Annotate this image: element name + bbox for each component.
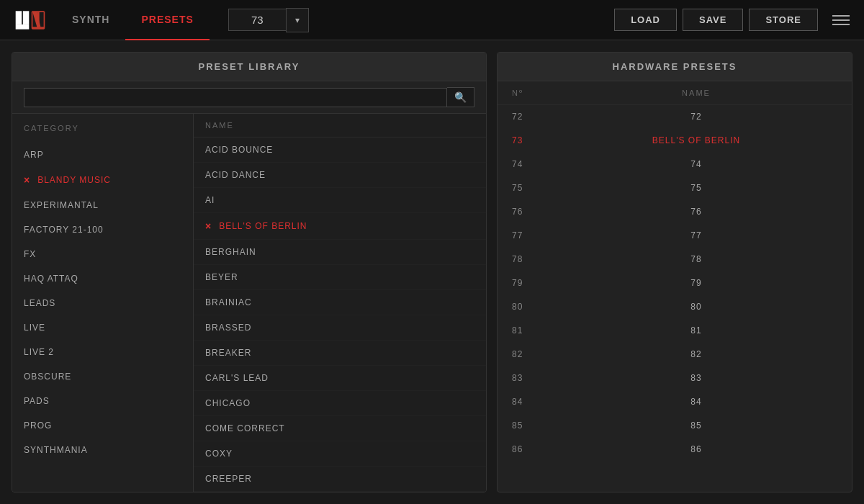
hw-item-name: 84: [555, 397, 837, 407]
hw-item-number: 73: [512, 135, 555, 145]
name-item-label: BRAINIAC: [205, 297, 252, 307]
hw-item-name: 81: [555, 325, 837, 336]
hw-item-73[interactable]: 73BELL'S OF BERLIN: [498, 129, 852, 153]
hw-item-name: 78: [555, 254, 837, 264]
preset-library-panel: PRESET LIBRARY 🔍 CATEGORYARP×BLANDY MUSI…: [12, 52, 487, 492]
name-item-acid_bounce[interactable]: ACID BOUNCE: [194, 138, 486, 163]
hw-item-78[interactable]: 7878: [498, 248, 852, 271]
hw-item-79[interactable]: 7979: [498, 271, 852, 295]
name-item-label: ACID DANCE: [205, 170, 266, 180]
names-list: ACID BOUNCEACID DANCEAI×BELL'S OF BERLIN…: [194, 138, 486, 492]
name-item-brainiac[interactable]: BRAINIAC: [194, 290, 486, 315]
hw-item-81[interactable]: 8181: [498, 319, 852, 343]
category-item-prog[interactable]: PROG: [12, 413, 193, 438]
name-item-breaker[interactable]: BREAKER: [194, 341, 486, 366]
hw-item-77[interactable]: 7777: [498, 224, 852, 248]
category-item-label: HAQ ATTAQ: [24, 274, 78, 284]
hw-item-84[interactable]: 8484: [498, 390, 852, 414]
tab-presets[interactable]: PRESETS: [125, 0, 209, 40]
name-item-berghain[interactable]: BERGHAIN: [194, 240, 486, 265]
hw-item-number: 78: [512, 254, 555, 264]
category-item-leads[interactable]: LEADS: [12, 291, 193, 315]
hw-item-name: 85: [555, 420, 837, 431]
name-item-label: COME CORRECT: [205, 423, 285, 433]
hw-item-number: 81: [512, 325, 555, 336]
hamburger-line-2: [832, 19, 850, 21]
category-item-factory[interactable]: FACTORY 21-100: [12, 217, 193, 242]
search-input[interactable]: [24, 88, 447, 107]
active-category-indicator: ×: [24, 174, 30, 186]
category-item-label: PROG: [24, 420, 52, 431]
category-item-pads[interactable]: PADS: [12, 389, 193, 413]
category-item-label: LIVE: [24, 323, 45, 333]
hw-item-80[interactable]: 8080: [498, 295, 852, 319]
category-item-label: ARP: [24, 150, 44, 160]
name-item-label: BRASSED: [205, 323, 251, 333]
name-item-come_correct[interactable]: COME CORRECT: [194, 416, 486, 441]
category-item-label: LEADS: [24, 298, 55, 308]
category-item-haq[interactable]: HAQ ATTAQ: [12, 266, 193, 291]
hw-item-name: BELL'S OF BERLIN: [555, 135, 837, 145]
name-item-coxy[interactable]: COXY: [194, 441, 486, 467]
category-item-experimental[interactable]: EXPERIMANTAL: [12, 193, 193, 217]
category-item-fx[interactable]: FX: [12, 242, 193, 266]
name-item-label: BREAKER: [205, 348, 251, 358]
category-item-label: CATEGORY: [24, 124, 79, 132]
name-item-ai[interactable]: AI: [194, 188, 486, 213]
preset-number-container: 73 ▾: [228, 8, 309, 32]
hw-column-no: Nº: [512, 89, 555, 97]
category-item-obscure[interactable]: OBSCURE: [12, 364, 193, 389]
hw-item-number: 79: [512, 278, 555, 288]
hw-item-74[interactable]: 7474: [498, 153, 852, 176]
load-button[interactable]: LOAD: [614, 9, 677, 31]
hw-item-number: 85: [512, 420, 555, 431]
menu-button[interactable]: [829, 12, 852, 28]
hw-item-number: 83: [512, 373, 555, 383]
category-item-label: EXPERIMANTAL: [24, 200, 99, 210]
hw-item-number: 74: [512, 159, 555, 169]
hw-item-72[interactable]: 7272: [498, 105, 852, 129]
hw-item-83[interactable]: 8383: [498, 366, 852, 390]
logo: [12, 6, 49, 34]
name-item-label: COXY: [205, 449, 233, 459]
hw-column-name: NAME: [555, 89, 837, 97]
name-item-creeper[interactable]: CREEPER: [194, 467, 486, 492]
name-item-beyer[interactable]: BEYER: [194, 265, 486, 290]
category-item-live2[interactable]: LIVE 2: [12, 340, 193, 364]
main-content: PRESET LIBRARY 🔍 CATEGORYARP×BLANDY MUSI…: [0, 40, 864, 504]
hardware-presets-title: HARDWARE PRESETS: [498, 53, 852, 81]
hw-item-85[interactable]: 8585: [498, 414, 852, 438]
name-item-label: CREEPER: [205, 474, 252, 484]
category-item-live[interactable]: LIVE: [12, 315, 193, 340]
category-item-synthmania[interactable]: SYNTHMANIA: [12, 438, 193, 462]
tab-synth[interactable]: SYNTH: [56, 0, 125, 40]
names-column-header: NAME: [194, 114, 486, 138]
save-button[interactable]: SAVE: [683, 9, 743, 31]
chevron-down-icon: ▾: [295, 15, 300, 25]
svg-rect-2: [23, 11, 29, 24]
name-item-chicago[interactable]: CHICAGO: [194, 391, 486, 416]
name-item-acid_dance[interactable]: ACID DANCE: [194, 163, 486, 188]
preset-number-display: 73: [228, 9, 286, 31]
category-item-label: OBSCURE: [24, 372, 71, 382]
name-item-bells_of_berlin[interactable]: ×BELL'S OF BERLIN: [194, 213, 486, 240]
category-item-label: FACTORY 21-100: [24, 225, 104, 235]
category-item-arp[interactable]: ARP: [12, 143, 193, 167]
name-item-brassed[interactable]: BRASSED: [194, 315, 486, 341]
store-button[interactable]: STORE: [749, 9, 818, 31]
hw-item-75[interactable]: 7575: [498, 176, 852, 200]
hw-item-name: 72: [555, 112, 837, 122]
preset-dropdown-button[interactable]: ▾: [286, 8, 309, 32]
svg-rect-0: [16, 11, 22, 24]
hw-item-82[interactable]: 8282: [498, 343, 852, 366]
hw-item-number: 86: [512, 444, 555, 454]
name-item-label: AI: [205, 195, 215, 205]
hw-item-name: 75: [555, 183, 837, 193]
header: SYNTH PRESETS 73 ▾ LOAD SAVE STORE: [0, 0, 864, 40]
category-item-blandy[interactable]: ×BLANDY MUSIC: [12, 167, 193, 193]
hw-item-76[interactable]: 7676: [498, 200, 852, 224]
name-item-carls_lead[interactable]: CARL'S LEAD: [194, 366, 486, 391]
hw-item-86[interactable]: 8686: [498, 438, 852, 462]
hw-item-name: 76: [555, 207, 837, 217]
preset-body: CATEGORYARP×BLANDY MUSICEXPERIMANTALFACT…: [12, 114, 486, 492]
